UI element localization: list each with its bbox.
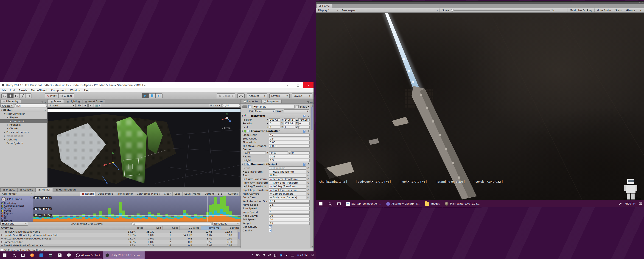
expand-arrow-icon[interactable]: ▼ [0, 109, 3, 111]
taskbar-clock[interactable]: 6:20 PM [296, 254, 308, 257]
static-checkbox[interactable]: ✓ [296, 105, 298, 108]
lighting-toggle-button[interactable]: ☀ [83, 104, 88, 107]
profiler-row[interactable]: ▶Camera.Render 9.8% 0.8% 2 0 B 3.52 0.30 [0, 240, 238, 243]
touch-keyboard-icon[interactable] [291, 253, 294, 257]
effects-dropdown[interactable]: ▾ [94, 104, 101, 107]
search-button[interactable] [325, 200, 334, 207]
scene-search-input[interactable]: All [222, 104, 240, 107]
hierarchy-item[interactable]: EventSystem ▾≡ [0, 141, 47, 145]
help-icon[interactable]: ? [303, 163, 306, 166]
component-enabled-checkbox[interactable]: ✓ [247, 130, 250, 132]
character-controller-section-header[interactable]: ▼ ✓ Character Controller ? ⚙ [241, 129, 310, 133]
scrollbar-thumb[interactable] [238, 232, 240, 239]
clock-tray-icon[interactable] [279, 253, 283, 257]
expand-arrow-icon[interactable]: ▶ [4, 135, 6, 137]
object-reference-field[interactable]: # Left leg (Transform) [269, 185, 306, 188]
z-field[interactable]: 0 [298, 122, 310, 125]
taskbar-app-button[interactable]: Startup reminder.txt -... [344, 200, 384, 207]
cpu-usage-chart[interactable]: 66ms (15FPS) 33ms (30FPS) 16ms (60FPS) [33, 196, 240, 221]
move-tool-button[interactable] [7, 93, 14, 98]
close-button[interactable]: ✕ [303, 82, 314, 88]
tab-game[interactable]: Game [316, 4, 332, 8]
hierarchy-item[interactable]: ▶ Pausable ▾≡ [0, 123, 47, 127]
lock-icon[interactable] [40, 102, 42, 103]
expand-arrow-icon[interactable]: ▶ [1, 234, 3, 236]
dock-tab[interactable]: ▣Project [0, 187, 17, 192]
store-app-button[interactable] [37, 251, 46, 259]
horizontal-scrollbar[interactable] [0, 246, 240, 248]
hierarchy-item[interactable]: ▼ MainController ▾≡ [0, 112, 47, 116]
scene-viewport[interactable]: < Persp [48, 108, 240, 187]
layout-dropdown[interactable]: Layout▾ [292, 93, 312, 98]
dock-tab[interactable]: ▣Frame Debug [53, 187, 78, 192]
hierarchy-item[interactable]: ▼ Players ▾≡ [0, 116, 47, 119]
profiler-row[interactable]: ▶PostLateUpdate.PlayerUpdateCanvases 15.… [0, 237, 238, 240]
object-picker-icon[interactable]: ⊙ [307, 185, 310, 188]
legend-item[interactable]: Gi [2, 215, 32, 217]
profiler-row[interactable]: Profiler.FinalizeAndSendFrame 35.1% 35.1… [0, 230, 238, 233]
panel-menu-icon[interactable]: ▾≡ [44, 101, 46, 103]
game-toolbar-button[interactable]: Maximize On Play [568, 9, 594, 13]
task-view-button[interactable] [18, 251, 28, 259]
tab-inspector[interactable]: iInspector [241, 99, 261, 103]
legend-item[interactable]: Scripts [2, 207, 32, 210]
add-profiler-dropdown[interactable]: Add Profiler▾ [0, 192, 34, 196]
object-picker-icon[interactable]: ⊙ [307, 167, 310, 169]
column-header[interactable]: Calls [162, 226, 180, 229]
pause-button[interactable] [148, 93, 156, 98]
selected-frame-marker[interactable] [207, 196, 208, 221]
expand-arrow-icon[interactable]: ▶ [1, 241, 3, 243]
component-enabled-checkbox[interactable]: ✓ [248, 163, 250, 165]
menu-item[interactable]: GameObject [29, 89, 49, 92]
x-field[interactable]: 0 [269, 122, 280, 125]
scroll-up-icon[interactable]: ▲ [311, 104, 314, 106]
scene-view-tab[interactable]: ▦Scene [48, 99, 64, 103]
dock-tab[interactable]: ▣Profiler [36, 187, 53, 192]
expand-arrow-icon[interactable]: ▶ [6, 124, 9, 126]
next-frame-button[interactable]: ▶ [221, 193, 223, 195]
menu-item[interactable]: Window [68, 89, 82, 92]
value-field[interactable]: 45 [269, 134, 310, 137]
humanoid-script-section-header[interactable]: ▼ # ✓ Humanoid (Script) ? ⚙ [241, 162, 310, 166]
hierarchy-item[interactable]: ▶ Chunks ▾≡ [0, 127, 47, 130]
inspector-scrollbar[interactable]: ▲ ▼ [310, 104, 314, 248]
object-reference-field[interactable]: # Right leg (Transform) [269, 188, 306, 192]
expand-arrow-icon[interactable]: ▶ [4, 131, 6, 133]
clear-button[interactable]: Clear [162, 192, 172, 196]
pen-icon[interactable] [285, 253, 288, 257]
wifi-icon[interactable] [262, 253, 266, 257]
z-field[interactable]: 750.28 [298, 118, 310, 121]
legend-item[interactable]: Others [2, 220, 32, 222]
minimize-button[interactable]: – [282, 82, 293, 88]
mail-button[interactable] [55, 251, 64, 259]
y-field[interactable]: 177.04 [284, 122, 295, 125]
slider-knob[interactable] [451, 9, 454, 12]
object-picker-icon[interactable]: ⊙ [307, 178, 310, 180]
layer-dropdown[interactable]: ▴▾ [284, 109, 309, 113]
bool-checkbox[interactable]: ✓ [269, 225, 272, 228]
object-reference-field[interactable]: # Camera (Camera) [269, 192, 306, 195]
gear-icon[interactable]: ⚙ [307, 163, 310, 166]
object-reference-field[interactable]: # Body cam (Camera) [269, 196, 306, 199]
value-field[interactable]: 0.001 [269, 145, 310, 148]
record-button[interactable]: Record [80, 192, 96, 196]
column-header[interactable]: Time ms [200, 226, 221, 229]
taskbar-app-button[interactable]: Unity 2017.1.1f1 Perso... [103, 251, 144, 259]
action-center-icon[interactable] [311, 253, 314, 257]
cpu-usage-module[interactable]: ✕ CPU Usage Rendering GarbageCollector [0, 196, 240, 222]
prev-frame-button[interactable]: ◀ [217, 193, 219, 195]
column-header[interactable]: Self ms [221, 226, 240, 229]
gameobject-name-field[interactable]: Humanoid [252, 105, 295, 108]
current-frame-button[interactable]: Current [226, 192, 240, 196]
object-reference-field[interactable]: # Left arm (Transform) [269, 177, 306, 181]
gizmos-dropdown-icon[interactable]: ▾ [638, 9, 644, 13]
tab-hierarchy[interactable]: ≔Hierarchy [0, 99, 21, 103]
start-button[interactable] [316, 200, 325, 207]
scene-menu-icon[interactable]: ▾≡ [44, 109, 47, 111]
action-center-icon[interactable] [639, 202, 642, 205]
collab-dropdown[interactable]: Collab▾ [217, 93, 235, 98]
value-field[interactable]: 2.5 [269, 203, 310, 206]
2d-toggle-button[interactable]: 2D [76, 104, 82, 107]
hierarchy-item[interactable]: ▶ Humanoid ▾≡ [0, 119, 47, 123]
expand-arrow-icon[interactable]: ▶ [1, 244, 3, 246]
